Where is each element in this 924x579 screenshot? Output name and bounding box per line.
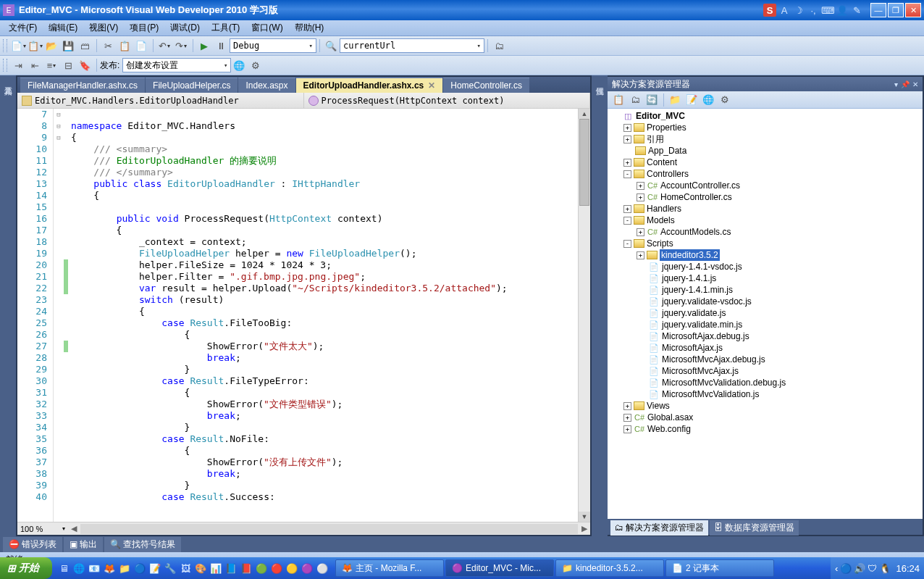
- scroll-down[interactable]: ▼: [579, 512, 590, 522]
- undo-button[interactable]: ↶: [156, 38, 172, 54]
- code-text[interactable]: namespace Editor_MVC.Handlers { /// <sum…: [68, 109, 578, 522]
- tree-node[interactable]: jquery.validate-vsdoc.js: [608, 296, 923, 307]
- toolbar-grip[interactable]: [3, 59, 7, 72]
- tree-node[interactable]: jquery.validate.js: [608, 307, 923, 319]
- tree-node[interactable]: +C#AccountModels.cs: [608, 226, 923, 238]
- tree-node[interactable]: jquery-1.4.1-vsdoc.js: [608, 261, 923, 272]
- menu-file[interactable]: 文件(F): [3, 20, 43, 36]
- tray-icon[interactable]: ☽: [792, 4, 805, 17]
- menu-view[interactable]: 视图(V): [83, 20, 124, 36]
- view-code-button[interactable]: 📝: [684, 92, 700, 108]
- save-button[interactable]: 💾: [60, 38, 76, 54]
- tray-icon[interactable]: 👤: [836, 4, 849, 17]
- menu-debug[interactable]: 调试(D): [164, 20, 206, 36]
- method-selector[interactable]: ProcessRequest(HttpContext context): [304, 93, 591, 108]
- tree-node[interactable]: +Handlers: [608, 203, 923, 214]
- tree-node[interactable]: MicrosoftMvcAjax.js: [608, 365, 923, 377]
- publish-button[interactable]: 🌐: [231, 57, 247, 73]
- tray-icon[interactable]: ✎: [850, 4, 863, 17]
- taskbar-task[interactable]: 📄2 记事本: [665, 559, 774, 577]
- ql-icon[interactable]: 🔴: [269, 560, 284, 576]
- tray-icon[interactable]: 🔊: [854, 563, 865, 574]
- tray-icon[interactable]: ·,: [807, 4, 820, 17]
- expand-icon[interactable]: +: [637, 193, 644, 201]
- show-all-button[interactable]: 🗂: [627, 92, 643, 108]
- tree-node[interactable]: +Views: [608, 400, 923, 412]
- toolbox-tab[interactable]: 工具箱: [0, 75, 16, 536]
- publish-combo[interactable]: 创建发布设置: [122, 58, 231, 72]
- ql-icon[interactable]: 🦊: [102, 560, 117, 576]
- tree-node[interactable]: +C#Web.config: [608, 423, 923, 435]
- tab-output[interactable]: ▣输出: [64, 537, 103, 552]
- panel-close-icon[interactable]: ✕: [912, 80, 918, 88]
- expand-icon[interactable]: +: [623, 425, 631, 433]
- ql-icon[interactable]: 🖥: [56, 560, 71, 576]
- tray-icon[interactable]: ⌨: [821, 4, 834, 17]
- redo-button[interactable]: ↷: [173, 38, 189, 54]
- config-button[interactable]: ⚙: [717, 92, 733, 108]
- copy-button[interactable]: 📋: [117, 38, 133, 54]
- find-button[interactable]: 🔍: [323, 38, 339, 54]
- config-combo[interactable]: Debug: [230, 38, 316, 53]
- menu-tools[interactable]: 工具(T): [206, 20, 245, 36]
- cut-button[interactable]: ✂: [100, 38, 116, 54]
- tab-solution-explorer[interactable]: 🗂解决方案资源管理器: [610, 520, 708, 536]
- collapse-icon[interactable]: -: [623, 240, 631, 248]
- horizontal-scrollbar[interactable]: [80, 524, 578, 534]
- menu-project[interactable]: 项目(P): [124, 20, 164, 36]
- expand-icon[interactable]: +: [637, 228, 644, 236]
- tree-node[interactable]: +Content: [608, 157, 923, 168]
- uncomment-button[interactable]: ⊟: [60, 57, 76, 73]
- document-tab[interactable]: EditorUploadHandler.ashx.cs✕: [296, 78, 443, 93]
- scroll-left[interactable]: ◀: [68, 524, 80, 533]
- tray-icon[interactable]: 🐧: [879, 563, 891, 574]
- ql-icon[interactable]: 🟣: [300, 560, 314, 576]
- tree-node[interactable]: ◫Editor_MVC: [608, 110, 923, 122]
- tree-node[interactable]: jquery-1.4.1.min.js: [608, 284, 923, 296]
- expand-icon[interactable]: +: [637, 251, 644, 259]
- document-tab[interactable]: HomeController.cs: [443, 78, 529, 93]
- ql-icon[interactable]: 🔵: [133, 560, 147, 576]
- expand-icon[interactable]: +: [623, 402, 631, 410]
- tab-find-results[interactable]: 🔍查找符号结果: [104, 537, 181, 552]
- toolbar-grip[interactable]: [3, 39, 7, 52]
- properties-button[interactable]: 📋: [610, 92, 626, 108]
- tray-icon[interactable]: 🛡: [868, 563, 877, 574]
- expand-icon[interactable]: +: [623, 124, 631, 132]
- bookmark-button[interactable]: 🔖: [77, 57, 93, 73]
- minimize-button[interactable]: —: [870, 3, 886, 17]
- paste-button[interactable]: 📄: [133, 38, 149, 54]
- ql-icon[interactable]: 🔧: [163, 560, 177, 576]
- document-tab[interactable]: FileUploadHelper.cs: [146, 78, 238, 93]
- tree-node[interactable]: +C#HomeController.cs: [608, 191, 923, 203]
- properties-tab[interactable]: 属性: [592, 75, 608, 536]
- tree-node[interactable]: -Scripts: [608, 238, 923, 249]
- ql-icon[interactable]: 📘: [224, 560, 238, 576]
- class-selector[interactable]: Editor_MVC.Handlers.EditorUploadHandler: [17, 93, 304, 108]
- tree-node[interactable]: App_Data: [608, 145, 923, 157]
- tree-node[interactable]: -Models: [608, 214, 923, 226]
- add-item-button[interactable]: 📋: [27, 38, 43, 54]
- collapse-icon[interactable]: -: [623, 217, 631, 225]
- tab-error-list[interactable]: ⛔错误列表: [3, 537, 62, 552]
- copy-web-button[interactable]: 🌐: [700, 92, 716, 108]
- menu-help[interactable]: 帮助(H): [289, 20, 330, 36]
- start-button[interactable]: ⊞开始: [0, 557, 52, 579]
- ql-icon[interactable]: ⚪: [315, 560, 329, 576]
- new-project-button[interactable]: 📄: [10, 38, 26, 54]
- start-debug-button[interactable]: ▶: [196, 38, 212, 54]
- tree-node[interactable]: +C#Global.asax: [608, 412, 923, 423]
- ql-icon[interactable]: 🎨: [193, 560, 208, 576]
- vertical-scrollbar[interactable]: ▲ ▼: [578, 109, 590, 522]
- sogou-icon[interactable]: S: [763, 4, 776, 17]
- tree-node[interactable]: +引用: [608, 133, 923, 145]
- ql-icon[interactable]: 🌐: [72, 560, 86, 576]
- clock[interactable]: 16:24: [896, 563, 920, 574]
- tree-node[interactable]: MicrosoftAjax.js: [608, 342, 923, 354]
- tree-node[interactable]: MicrosoftMvcValidation.js: [608, 388, 923, 400]
- scroll-up[interactable]: ▲: [579, 109, 590, 119]
- scroll-right[interactable]: ▶: [579, 524, 590, 533]
- expand-icon[interactable]: +: [623, 205, 631, 213]
- document-tab[interactable]: Index.aspx: [238, 78, 295, 93]
- refresh-button[interactable]: 🔄: [644, 92, 660, 108]
